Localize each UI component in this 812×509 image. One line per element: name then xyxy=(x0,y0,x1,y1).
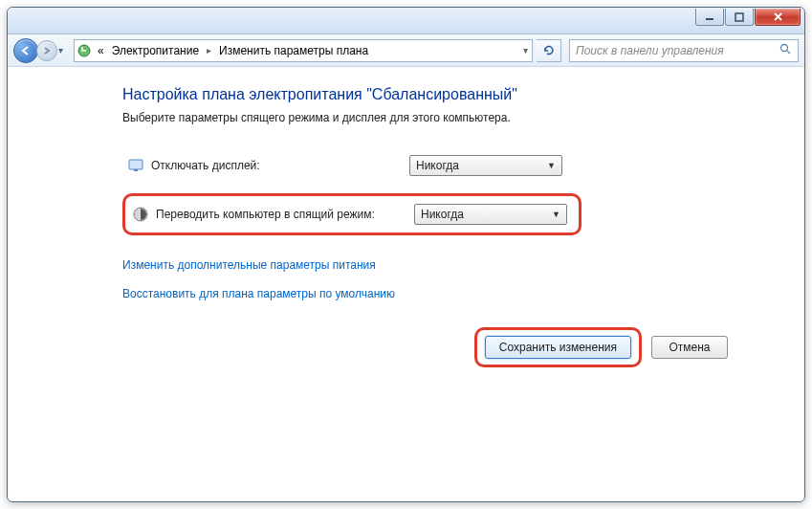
sleep-label: Переводить компьютер в спящий режим: xyxy=(156,208,414,221)
minimize-button[interactable] xyxy=(695,9,724,26)
power-plan-icon xyxy=(77,43,92,58)
search-icon xyxy=(779,43,792,58)
cancel-button[interactable]: Отмена xyxy=(651,336,728,359)
save-button[interactable]: Сохранить изменения xyxy=(485,336,631,359)
address-dropdown-icon[interactable]: ▾ xyxy=(521,45,530,55)
row-sleep: Переводить компьютер в спящий режим: Ник… xyxy=(127,200,571,229)
sleep-timeout-value: Никогда xyxy=(421,208,464,221)
breadcrumb-item-edit-plan[interactable]: Изменить параметры плана xyxy=(217,44,370,57)
svg-rect-0 xyxy=(706,18,713,20)
display-label: Отключать дисплей: xyxy=(151,159,409,172)
page-subtitle: Выберите параметры спящего режима и дисп… xyxy=(122,111,785,124)
sleep-timeout-dropdown[interactable]: Никогда ▼ xyxy=(414,204,567,225)
restore-defaults-link[interactable]: Восстановить для плана параметры по умол… xyxy=(122,287,785,300)
svg-line-4 xyxy=(787,51,790,54)
close-button[interactable] xyxy=(755,9,801,26)
sleep-icon xyxy=(131,205,150,224)
nav-history-dropdown[interactable]: ▾ xyxy=(58,45,70,55)
maximize-button[interactable] xyxy=(725,9,754,26)
svg-rect-1 xyxy=(735,13,743,21)
chevron-down-icon: ▼ xyxy=(547,161,556,170)
sleep-row-highlight: Переводить компьютер в спящий режим: Ник… xyxy=(122,193,582,235)
nav-toolbar: ▾ « Электропитание ▸ Изменить параметры … xyxy=(8,34,804,67)
titlebar xyxy=(8,8,804,34)
advanced-settings-link[interactable]: Изменить дополнительные параметры питани… xyxy=(122,258,785,272)
svg-rect-6 xyxy=(134,169,138,171)
svg-point-3 xyxy=(781,44,788,51)
display-timeout-dropdown[interactable]: Никогда ▼ xyxy=(409,155,562,176)
nav-buttons: ▾ xyxy=(13,38,70,63)
minimize-icon xyxy=(705,12,714,22)
refresh-button[interactable] xyxy=(537,39,561,62)
refresh-icon xyxy=(542,44,555,56)
breadcrumb-item-power[interactable]: Электропитание xyxy=(110,44,201,57)
search-placeholder: Поиск в панели управления xyxy=(576,44,724,57)
forward-arrow-icon xyxy=(42,46,52,55)
address-bar[interactable]: « Электропитание ▸ Изменить параметры пл… xyxy=(74,39,533,62)
display-timeout-value: Никогда xyxy=(416,159,459,172)
search-box[interactable]: Поиск в панели управления xyxy=(569,39,799,62)
button-row: Сохранить изменения Отмена xyxy=(474,327,728,367)
close-icon xyxy=(773,11,783,22)
maximize-icon xyxy=(735,12,744,22)
window-frame: ▾ « Электропитание ▸ Изменить параметры … xyxy=(7,7,805,502)
chevron-down-icon: ▼ xyxy=(552,210,560,219)
back-button[interactable] xyxy=(13,38,38,63)
save-button-highlight: Сохранить изменения xyxy=(474,327,642,367)
forward-button[interactable] xyxy=(36,40,57,61)
back-arrow-icon xyxy=(20,45,32,56)
display-icon xyxy=(126,156,145,175)
svg-rect-5 xyxy=(129,160,143,169)
breadcrumb-prefix: « xyxy=(96,44,106,57)
page-title: Настройка плана электропитания "Сбаланси… xyxy=(122,86,785,103)
breadcrumb-separator: ▸ xyxy=(205,45,213,55)
row-display-off: Отключать дисплей: Никогда ▼ xyxy=(122,151,785,180)
links-section: Изменить дополнительные параметры питани… xyxy=(122,258,785,300)
content-area: Настройка плана электропитания "Сбаланси… xyxy=(8,67,804,501)
